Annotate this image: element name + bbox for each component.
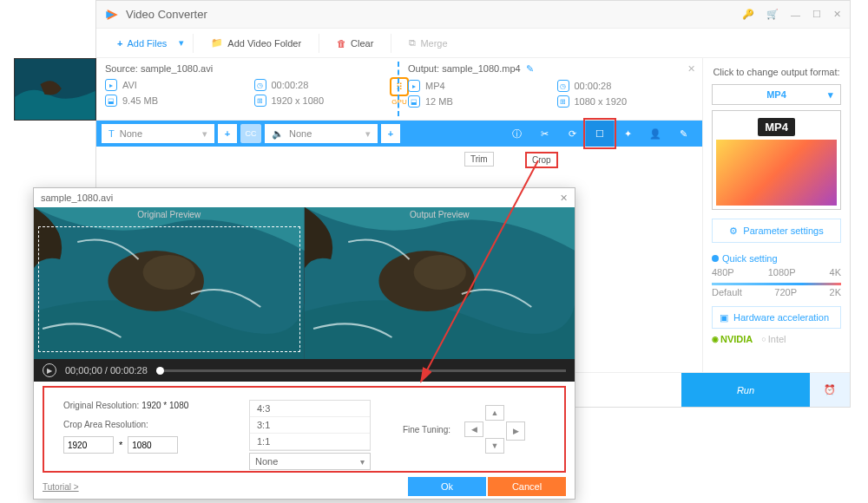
crop-selection[interactable] [38, 226, 300, 352]
titlebar: Video Converter 🔑 🛒 — ☐ ✕ [96, 1, 850, 29]
cancel-button[interactable]: Cancel [488, 477, 566, 496]
close-button[interactable]: ✕ [833, 9, 841, 20]
video-thumbnail[interactable] [14, 58, 96, 121]
parameter-settings-button[interactable]: ⚙Parameter settings [712, 219, 841, 243]
output-preview-label: Output Preview [305, 210, 575, 219]
ratio-option[interactable]: 1:1 [250, 434, 370, 450]
maximize-button[interactable]: ☐ [812, 9, 821, 20]
subtitle-select[interactable]: TNone▾ [102, 124, 214, 143]
format-icon: ▸ [408, 80, 420, 92]
edit-output-icon[interactable]: ✎ [526, 63, 534, 74]
multiply-icon: * [119, 440, 122, 450]
merge-label: Merge [420, 38, 447, 49]
crop-width-input[interactable] [63, 436, 114, 454]
alarm-icon: ⏰ [824, 384, 836, 395]
hw-vendors: ◉ NVIDIA ○ Intel [712, 334, 841, 344]
seek-knob[interactable] [156, 367, 164, 375]
add-audio-button[interactable]: + [381, 124, 400, 143]
hw-label: Hardware acceleration [733, 312, 829, 323]
edit-button[interactable]: ✎ [669, 121, 697, 147]
trash-icon: 🗑 [337, 38, 346, 49]
separator [391, 34, 391, 53]
chevron-down-icon[interactable]: ▾ [179, 37, 184, 49]
minimize-button[interactable]: — [791, 10, 800, 20]
original-preview-label: Original Preview [34, 210, 305, 219]
sliders-icon: ⚙ [729, 225, 738, 237]
clock-icon: ◷ [254, 79, 266, 91]
orig-res-value: 1920 * 1080 [141, 401, 188, 410]
tutorial-link[interactable]: Tutorial > [43, 482, 79, 492]
format-card[interactable]: MP4 [712, 110, 841, 210]
cc-button[interactable]: CC [240, 124, 261, 143]
nudge-left-button[interactable]: ◀ [464, 421, 483, 437]
nudge-right-button[interactable]: ▶ [506, 421, 525, 441]
add-subtitle-button[interactable]: + [218, 124, 237, 143]
run-button[interactable]: Run [681, 373, 810, 407]
size-icon: ⬓ [105, 95, 117, 107]
dialog-title: sample_1080.avi [41, 193, 113, 203]
seek-slider[interactable] [156, 369, 566, 372]
add-folder-label: Add Video Folder [227, 38, 301, 49]
add-folder-button[interactable]: 📁Add Video Folder [202, 34, 310, 52]
fine-tuning-column: Fine Tuning: ▲ ▼ ◀ ▶ [383, 400, 545, 459]
audio-value: None [289, 128, 312, 139]
out-duration: 00:00:28 [575, 81, 612, 91]
highlight-box [583, 118, 616, 149]
remove-file-button[interactable]: ✕ [687, 63, 695, 75]
output-title: Output: sample_1080.mp4✎ [408, 63, 694, 75]
nudge-up-button[interactable]: ▲ [485, 405, 504, 421]
chip-icon: ▣ [720, 312, 728, 323]
out-size: 12 MB [425, 96, 453, 107]
orig-res-label: Original Resolution: [63, 401, 139, 410]
cart-icon[interactable]: 🛒 [766, 9, 779, 20]
ratio-option[interactable]: 3:1 [250, 417, 370, 434]
format-preview-image [716, 140, 837, 206]
ratio-list[interactable]: 4:3 3:1 1:1 [249, 400, 371, 451]
add-files-button[interactable]: +Add Files [108, 35, 175, 52]
size-icon: ⬓ [408, 95, 420, 108]
src-duration: 00:00:28 [272, 80, 309, 90]
clear-button[interactable]: 🗑Clear [328, 35, 382, 52]
schedule-button[interactable]: ⏰ [810, 373, 850, 407]
crop-button[interactable]: ☐ [586, 121, 614, 147]
nudge-down-button[interactable]: ▼ [485, 438, 504, 454]
src-format: AVI [122, 80, 137, 90]
output-preview: Output Preview [305, 207, 575, 359]
add-files-label: Add Files [127, 38, 167, 49]
src-resolution: 1920 x 1080 [272, 95, 325, 106]
trim-button[interactable]: ✂ [530, 121, 558, 147]
src-size: 9.45 MB [122, 95, 158, 106]
trim-tooltip: Trim [464, 152, 494, 167]
app-title: Video Converter [126, 8, 742, 21]
format-hint: Click to change output format: [712, 67, 841, 77]
quality-slider[interactable] [712, 283, 841, 285]
ok-button[interactable]: Ok [408, 477, 486, 496]
ratio-select-value: None [255, 456, 278, 467]
rotate-button[interactable]: ⟳ [558, 121, 586, 147]
preview-row: Original Preview Output Preview [34, 207, 575, 359]
ratio-select[interactable]: None [249, 453, 371, 470]
format-select[interactable]: MP4 [712, 84, 841, 105]
crop-height-input[interactable] [128, 436, 178, 454]
crop-dialog: sample_1080.avi✕ Original Preview Output… [33, 187, 575, 500]
ratio-column: 4:3 3:1 1:1 None [249, 400, 371, 459]
param-label: Parameter settings [743, 225, 823, 236]
crop-res-label: Crop Area Resolution: [63, 420, 148, 429]
subtitle-value: None [120, 128, 142, 139]
audio-select[interactable]: 🔈None▾ [265, 124, 378, 143]
fine-tuning-label: Fine Tuning: [403, 425, 450, 434]
play-icon: ▶ [47, 367, 52, 375]
out-resolution: 1080 x 1920 [575, 96, 628, 107]
hardware-accel-button[interactable]: ▣Hardware acceleration [712, 306, 841, 329]
ratio-option[interactable]: 4:3 [250, 401, 370, 417]
watermark-button[interactable]: 👤 [641, 121, 669, 147]
effects-button[interactable]: ✦ [614, 121, 641, 147]
resolution-icon: ⊞ [557, 95, 569, 108]
dialog-close-button[interactable]: ✕ [560, 193, 568, 204]
sidebar: Click to change output format: MP4 MP4 ⚙… [702, 58, 850, 372]
clock-icon: ◷ [557, 80, 569, 92]
key-icon[interactable]: 🔑 [742, 9, 754, 20]
original-preview[interactable]: Original Preview [34, 207, 305, 359]
play-button[interactable]: ▶ [43, 363, 56, 377]
info-button[interactable]: ⓘ [503, 121, 530, 147]
